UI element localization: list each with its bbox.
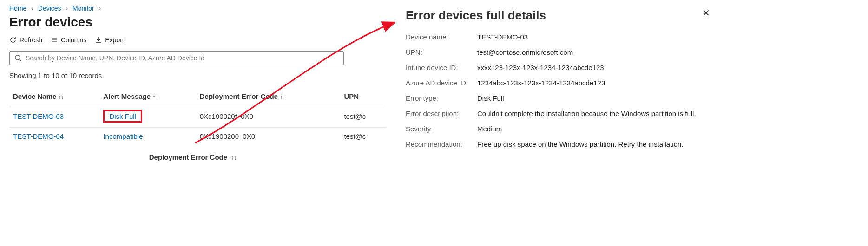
col-upn-label: UPN [344, 92, 359, 100]
search-icon [14, 54, 22, 62]
alert-highlight: Disk Full [103, 110, 142, 123]
download-icon [95, 36, 102, 44]
footer-column-text: Deployment Error Code [149, 153, 227, 161]
breadcrumb-monitor[interactable]: Monitor [72, 5, 94, 12]
chevron-right-icon: › [28, 5, 36, 12]
dep-code-cell: 0Xc190020f_0X0 [196, 105, 341, 128]
search-input[interactable] [26, 54, 339, 62]
breadcrumb-devices[interactable]: Devices [38, 5, 61, 12]
label-aad-id: Azure AD device ID: [406, 79, 475, 87]
details-grid: Device name: TEST-DEMO-03 UPN: test@cont… [406, 33, 710, 148]
chevron-right-icon: › [96, 5, 104, 12]
col-alert-message[interactable]: Alert Message↑↓ [99, 88, 196, 105]
export-label: Export [105, 36, 124, 44]
breadcrumb: Home › Devices › Monitor › [9, 5, 376, 12]
value-device-name: TEST-DEMO-03 [477, 33, 710, 41]
search-box[interactable] [9, 51, 344, 65]
col-device-name[interactable]: Device Name↑↓ [9, 88, 99, 105]
upn-cell: test@c [340, 105, 386, 128]
records-count: Showing 1 to 10 of 10 records [9, 71, 376, 79]
table-row[interactable]: TEST-DEMO-04 Incompatible 0Xc1900200_0X0… [9, 128, 386, 145]
col-device-name-label: Device Name [13, 92, 56, 100]
close-icon: ✕ [702, 8, 710, 18]
columns-button[interactable]: Columns [51, 36, 86, 44]
sort-icon: ↑↓ [152, 94, 158, 100]
value-upn: test@contoso.onmicrosoft.com [477, 48, 710, 56]
label-intune-id: Intune device ID: [406, 64, 475, 71]
device-link[interactable]: TEST-DEMO-03 [13, 112, 64, 120]
columns-icon [51, 36, 58, 44]
value-recommendation: Free up disk space on the Windows partit… [477, 140, 710, 148]
upn-cell: test@c [340, 128, 386, 145]
col-deployment-error-code[interactable]: Deployment Error Code↑↓ [196, 88, 341, 105]
table-row[interactable]: TEST-DEMO-03 Disk Full 0Xc190020f_0X0 te… [9, 105, 386, 128]
label-error-description: Error description: [406, 110, 475, 117]
page-title: Error devices [9, 15, 376, 30]
chevron-right-icon: › [63, 5, 71, 12]
value-intune-id: xxxx123-123x-123x-1234-1234abcde123 [477, 64, 710, 71]
error-devices-panel: Home › Devices › Monitor › Error devices… [0, 0, 386, 246]
value-error-description: Couldn't complete the installation becau… [477, 110, 710, 117]
value-aad-id: 1234abc-123x-123x-1234-1234abcde123 [477, 79, 710, 87]
sort-icon: ↑↓ [58, 94, 64, 100]
alert-link[interactable]: Disk Full [109, 112, 136, 120]
export-button[interactable]: Export [95, 36, 124, 44]
columns-label: Columns [61, 36, 86, 44]
details-flyout: Error devices full details ✕ Device name… [395, 0, 720, 246]
value-severity: Medium [477, 125, 710, 133]
refresh-label: Refresh [20, 36, 42, 44]
col-dep-code-label: Deployment Error Code [200, 92, 278, 100]
svg-point-0 [15, 55, 20, 60]
close-button[interactable]: ✕ [702, 8, 710, 18]
value-error-type: Disk Full [477, 94, 710, 102]
sort-icon: ↑↓ [231, 155, 237, 161]
col-alert-message-label: Alert Message [103, 92, 151, 100]
dep-code-cell: 0Xc1900200_0X0 [196, 128, 341, 145]
label-severity: Severity: [406, 125, 475, 133]
refresh-icon [9, 36, 17, 44]
label-recommendation: Recommendation: [406, 140, 475, 148]
label-error-type: Error type: [406, 94, 475, 102]
breadcrumb-home[interactable]: Home [9, 5, 26, 12]
footer-column-label[interactable]: Deployment Error Code ↑↓ [9, 153, 376, 161]
label-device-name: Device name: [406, 33, 475, 41]
alert-link[interactable]: Incompatible [103, 132, 143, 140]
col-upn[interactable]: UPN [340, 88, 386, 105]
devices-table: Device Name↑↓ Alert Message↑↓ Deployment… [9, 88, 386, 145]
device-link[interactable]: TEST-DEMO-04 [13, 132, 64, 140]
sort-icon: ↑↓ [280, 94, 285, 100]
toolbar: Refresh Columns Export [9, 36, 376, 44]
flyout-title: Error devices full details [406, 8, 546, 23]
refresh-button[interactable]: Refresh [9, 36, 42, 44]
label-upn: UPN: [406, 48, 475, 56]
